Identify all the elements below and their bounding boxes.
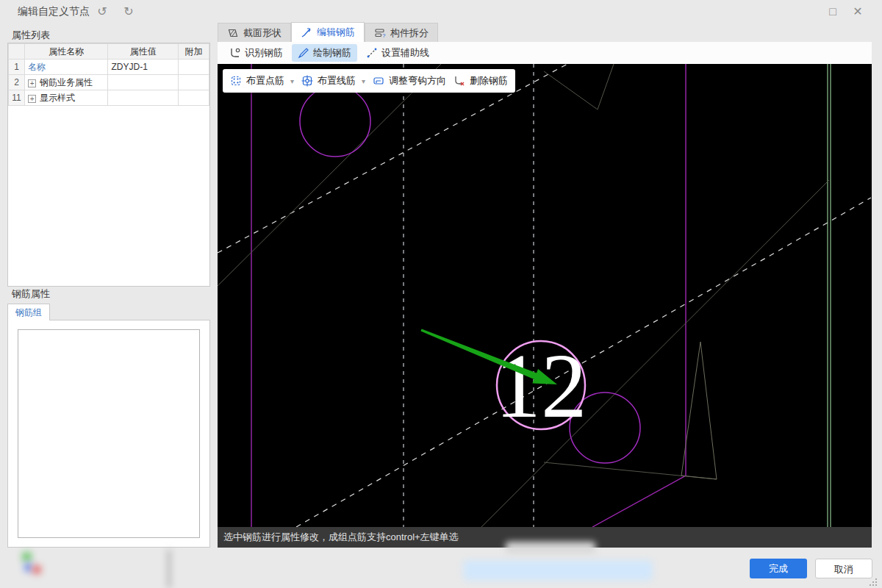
set-aux-line-button[interactable]: 设置辅助线 bbox=[360, 44, 435, 62]
cancel-button[interactable]: 取消 bbox=[815, 559, 872, 578]
svg-text:?: ? bbox=[382, 32, 386, 39]
table-row[interactable]: 1 名称 ZDYJD-1 bbox=[9, 60, 209, 75]
recognize-rebar-button[interactable]: 识别钢筋 bbox=[223, 44, 289, 62]
component-split-icon: ? bbox=[374, 27, 386, 39]
point-rebar-icon bbox=[230, 75, 242, 87]
redo-icon[interactable]: ↻ bbox=[121, 4, 137, 20]
prop-value[interactable] bbox=[108, 75, 178, 90]
place-line-rebar-button[interactable]: 布置线筋 ▾ bbox=[301, 74, 365, 87]
property-table: 属性名称 属性值 附加 1 名称 ZDYJD-1 2 +钢筋业务属性 11 +显… bbox=[8, 43, 209, 106]
table-header-row: 属性名称 属性值 附加 bbox=[9, 44, 209, 60]
ftool-label: 调整弯钩方向 bbox=[389, 74, 446, 87]
aux-line-icon bbox=[366, 47, 378, 59]
recognize-rebar-icon bbox=[229, 47, 241, 59]
property-panel: 属性列表 属性名称 属性值 附加 1 名称 ZDYJD-1 2 +钢筋业务属性 bbox=[6, 28, 212, 548]
cad-drawing: 12 bbox=[218, 64, 872, 527]
background-blur-blob bbox=[22, 552, 32, 562]
delete-rebar-icon bbox=[453, 75, 465, 87]
expand-icon[interactable]: + bbox=[28, 95, 36, 103]
table-row[interactable]: 2 +钢筋业务属性 bbox=[9, 75, 209, 90]
draw-rebar-button[interactable]: 绘制钢筋 bbox=[292, 44, 357, 62]
prop-name[interactable]: 名称 bbox=[28, 62, 46, 72]
triangle-outline-right bbox=[681, 342, 717, 479]
draw-rebar-icon bbox=[298, 47, 309, 59]
background-blur-blob bbox=[168, 550, 171, 588]
adjust-hook-direction-button[interactable]: 调整弯钩方向 bbox=[373, 74, 446, 87]
cad-canvas[interactable]: 12 布置点筋 ▾ 布置线筋 ▾ bbox=[218, 64, 872, 527]
prop-extra[interactable] bbox=[178, 60, 209, 75]
rebar-circle[interactable] bbox=[300, 86, 370, 157]
hook-direction-icon bbox=[373, 75, 384, 87]
chevron-down-icon[interactable]: ▾ bbox=[362, 77, 365, 85]
edit-rebar-toolbar: 识别钢筋 绘制钢筋 设置辅助线 bbox=[218, 42, 872, 64]
tab-rebar-group[interactable]: 钢筋组 bbox=[7, 304, 50, 320]
col-header-name: 属性名称 bbox=[25, 44, 108, 60]
delete-rebar-button[interactable]: 删除钢筋 bbox=[453, 74, 508, 87]
tab-label: 截面形状 bbox=[243, 26, 282, 40]
section-shape-icon bbox=[227, 27, 239, 39]
prop-name[interactable]: 钢筋业务属性 bbox=[40, 77, 93, 87]
tab-label: 编辑钢筋 bbox=[317, 26, 355, 39]
titlebar: 编辑自定义节点 ↺ ↻ □ ✕ bbox=[0, 0, 882, 22]
property-table-container: 属性名称 属性值 附加 1 名称 ZDYJD-1 2 +钢筋业务属性 11 +显… bbox=[7, 43, 210, 287]
rebar-group-panel bbox=[7, 320, 210, 548]
prop-name[interactable]: 显示样式 bbox=[40, 93, 75, 103]
expand-icon[interactable]: + bbox=[28, 79, 36, 87]
rebar-count-label: 12 bbox=[495, 335, 587, 437]
ftool-label: 布置线筋 bbox=[318, 74, 356, 87]
rebar-group-list[interactable] bbox=[18, 329, 200, 538]
background-blur-blob bbox=[24, 563, 32, 572]
prop-extra[interactable] bbox=[178, 90, 209, 106]
undo-icon[interactable]: ↺ bbox=[94, 4, 110, 20]
property-list-title: 属性列表 bbox=[6, 28, 212, 43]
rebar-tab-row: 钢筋组 bbox=[7, 303, 210, 320]
done-button[interactable]: 完成 bbox=[750, 559, 807, 578]
tab-section-shape[interactable]: 截面形状 bbox=[218, 23, 291, 42]
place-point-rebar-button[interactable]: 布置点筋 ▾ bbox=[230, 74, 294, 87]
ftool-label: 删除钢筋 bbox=[470, 74, 508, 87]
rebar-section-title: 钢筋属性 bbox=[6, 287, 212, 301]
tab-label: 构件拆分 bbox=[390, 26, 429, 40]
tool-label: 设置辅助线 bbox=[381, 46, 429, 60]
magenta-bent-line bbox=[592, 64, 686, 527]
background-blur-blob bbox=[463, 560, 653, 581]
main-tabbar: 截面形状 编辑钢筋 ? 构件拆分 bbox=[218, 22, 872, 42]
tab-component-split[interactable]: ? 构件拆分 bbox=[365, 23, 438, 42]
background-blur-blob bbox=[506, 542, 595, 553]
chevron-down-icon[interactable]: ▾ bbox=[290, 77, 294, 85]
table-row[interactable]: 11 +显示样式 bbox=[9, 90, 209, 106]
close-icon[interactable]: ✕ bbox=[850, 4, 866, 20]
resize-grip[interactable] bbox=[869, 578, 878, 587]
canvas-floating-toolbar: 布置点筋 ▾ 布置线筋 ▾ 调整弯钩方向 删除钢筋 bbox=[223, 69, 515, 93]
prop-value[interactable] bbox=[108, 90, 178, 106]
tool-label: 绘制钢筋 bbox=[313, 46, 351, 60]
edit-rebar-icon bbox=[301, 26, 312, 38]
prop-extra[interactable] bbox=[178, 75, 209, 90]
maximize-icon[interactable]: □ bbox=[825, 4, 841, 20]
background-blur-blob bbox=[32, 565, 41, 574]
line-rebar-icon bbox=[301, 75, 313, 87]
tab-edit-rebar[interactable]: 编辑钢筋 bbox=[291, 22, 365, 42]
ftool-label: 布置点筋 bbox=[246, 74, 284, 87]
col-header-value: 属性值 bbox=[108, 44, 178, 60]
prop-value[interactable]: ZDYJD-1 bbox=[108, 60, 178, 75]
window-title: 编辑自定义节点 bbox=[18, 5, 90, 18]
status-message: 选中钢筋进行属性修改，成组点筋支持control+左键单选 bbox=[223, 531, 459, 542]
col-header-extra: 附加 bbox=[178, 44, 209, 60]
tool-label: 识别钢筋 bbox=[245, 46, 283, 60]
